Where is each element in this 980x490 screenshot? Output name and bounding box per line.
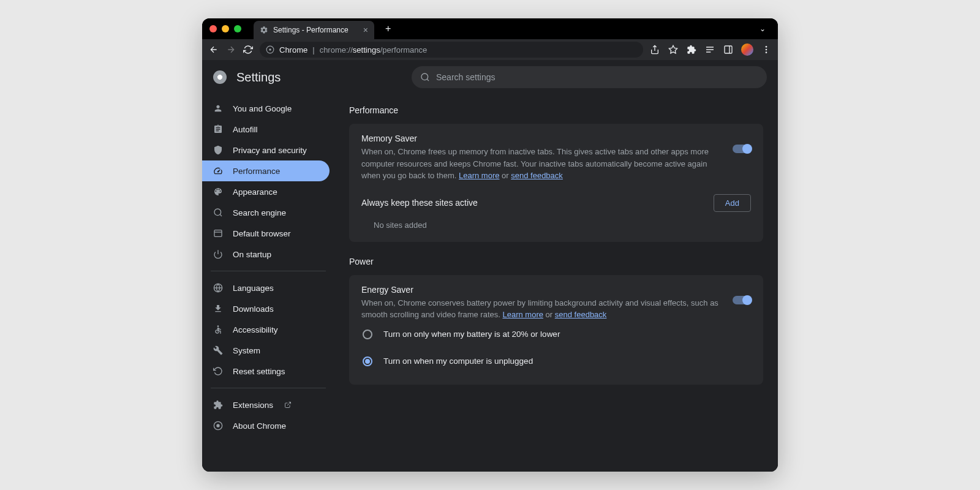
close-window-button[interactable] (209, 25, 217, 32)
sidebar-item-languages[interactable]: Languages (202, 277, 330, 298)
toolbar-actions (649, 43, 772, 56)
side-panel-icon[interactable] (723, 44, 734, 55)
sidebar-item-reset[interactable]: Reset settings (202, 361, 330, 382)
browser-tab[interactable]: Settings - Performance × (254, 21, 374, 39)
sidebar-item-search-engine[interactable]: Search engine (202, 202, 330, 223)
always-active-title: Always keep these sites active (361, 198, 478, 208)
sidebar-item-autofill[interactable]: Autofill (202, 119, 330, 140)
sidebar-item-appearance[interactable]: Appearance (202, 181, 330, 202)
search-icon (213, 208, 224, 217)
memory-saver-title: Memory Saver (361, 134, 720, 143)
svg-point-19 (217, 325, 219, 327)
menu-icon[interactable] (761, 44, 772, 55)
svg-rect-6 (725, 46, 732, 53)
memory-saver-toggle[interactable] (733, 145, 751, 153)
sidebar-item-label: Reset settings (233, 367, 285, 376)
svg-point-13 (214, 209, 221, 216)
sidebar-item-performance[interactable]: Performance (202, 160, 330, 181)
reading-list-icon[interactable] (704, 44, 715, 55)
sidebar-item-label: Privacy and security (233, 146, 307, 155)
search-settings[interactable] (412, 66, 767, 88)
svg-line-12 (427, 79, 429, 81)
browser-window: Settings - Performance × + ⌄ Chrome | ch… (202, 18, 778, 472)
sidebar-item-label: About Chrome (233, 421, 286, 431)
svg-point-11 (421, 74, 428, 80)
profile-avatar[interactable] (741, 43, 753, 56)
section-title-performance: Performance (349, 105, 763, 115)
titlebar: Settings - Performance × + ⌄ (202, 18, 778, 39)
sidebar-item-about[interactable]: About Chrome (202, 415, 330, 436)
external-link-icon (284, 401, 292, 409)
accessibility-icon (213, 325, 224, 334)
person-icon (213, 104, 224, 113)
reset-icon (213, 366, 224, 376)
extensions-icon[interactable] (686, 44, 697, 55)
send-feedback-link[interactable]: send feedback (511, 171, 563, 180)
energy-saver-card: Energy Saver When on, Chrome conserves b… (349, 275, 763, 385)
sidebar-item-default-browser[interactable]: Default browser (202, 223, 330, 244)
learn-more-link[interactable]: Learn more (459, 171, 499, 180)
sidebar-item-downloads[interactable]: Downloads (202, 298, 330, 319)
browser-toolbar: Chrome | chrome://settings/performance (202, 39, 778, 60)
minimize-window-button[interactable] (222, 25, 229, 32)
sidebar-item-system[interactable]: System (202, 340, 330, 361)
sidebar-item-label: Extensions (233, 401, 273, 410)
site-info-icon[interactable] (266, 45, 274, 54)
sidebar-item-label: Appearance (233, 187, 277, 197)
radio-icon (363, 330, 372, 339)
forward-button[interactable] (225, 44, 236, 55)
sidebar-item-label: Downloads (233, 304, 274, 314)
settings-header: Settings (202, 60, 778, 94)
memory-saver-desc: When on, Chrome frees up memory from ina… (361, 146, 720, 182)
chrome-logo-icon (213, 70, 227, 84)
page-title: Settings (236, 70, 281, 85)
section-title-power: Power (349, 257, 763, 266)
sidebar-separator (211, 271, 326, 271)
radio-label: Turn on when my computer is unplugged (383, 356, 533, 366)
new-tab-button[interactable]: + (379, 23, 397, 34)
send-feedback-link[interactable]: send feedback (555, 310, 607, 319)
sidebar-item-on-startup[interactable]: On startup (202, 244, 330, 265)
svg-line-14 (220, 214, 222, 216)
sidebar-item-label: System (233, 346, 260, 355)
sidebar-item-accessibility[interactable]: Accessibility (202, 319, 330, 340)
search-input[interactable] (436, 72, 758, 82)
sidebar-item-label: On startup (233, 250, 271, 259)
maximize-window-button[interactable] (234, 25, 241, 32)
svg-rect-15 (214, 230, 222, 237)
sidebar-item-privacy[interactable]: Privacy and security (202, 140, 330, 160)
puzzle-icon (213, 400, 224, 410)
tabs-dropdown-icon[interactable]: ⌄ (755, 24, 771, 33)
no-sites-text: No sites added (361, 212, 751, 232)
svg-point-21 (216, 424, 219, 427)
url-label: Chrome (279, 45, 307, 55)
speed-icon (213, 166, 224, 176)
close-tab-icon[interactable]: × (363, 25, 368, 35)
learn-more-link[interactable]: Learn more (503, 310, 543, 319)
radio-unplugged[interactable]: Turn on when my computer is unplugged (361, 348, 751, 375)
energy-saver-toggle[interactable] (733, 296, 751, 304)
gear-icon (260, 26, 268, 34)
svg-point-10 (766, 51, 767, 53)
reload-button[interactable] (243, 44, 254, 55)
bookmark-icon[interactable] (668, 44, 679, 55)
radio-icon (363, 356, 372, 366)
browser-icon (213, 228, 224, 238)
share-icon[interactable] (649, 44, 660, 55)
power-icon (213, 249, 224, 259)
sidebar-item-extensions[interactable]: Extensions (202, 394, 330, 415)
download-icon (213, 304, 224, 314)
memory-saver-card: Memory Saver When on, Chrome frees up me… (349, 124, 763, 242)
add-site-button[interactable]: Add (714, 194, 751, 212)
address-bar[interactable]: Chrome | chrome://settings/performance (260, 42, 643, 58)
svg-point-1 (269, 48, 271, 51)
search-icon (420, 72, 430, 82)
sidebar-item-label: Search engine (233, 208, 286, 217)
sidebar-item-label: Accessibility (233, 325, 278, 334)
back-button[interactable] (208, 44, 219, 55)
sidebar-separator (211, 388, 326, 388)
sidebar-item-you-and-google[interactable]: You and Google (202, 98, 330, 119)
svg-marker-2 (669, 45, 677, 53)
sidebar-item-label: Default browser (233, 229, 291, 238)
radio-battery-20[interactable]: Turn on only when my battery is at 20% o… (361, 321, 751, 348)
